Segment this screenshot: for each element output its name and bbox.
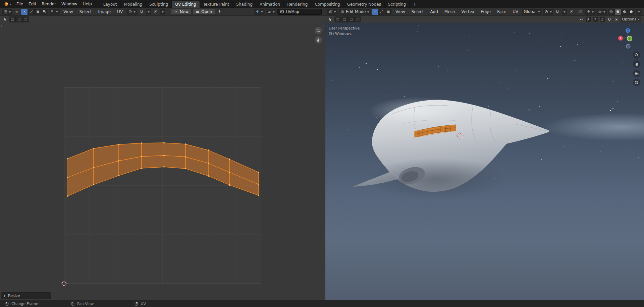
snap-settings-selector[interactable] bbox=[146, 9, 151, 15]
gizmos-toggle[interactable] bbox=[585, 9, 595, 15]
select-subtract-button[interactable] bbox=[348, 16, 355, 22]
vp-menu-view[interactable]: View bbox=[393, 9, 408, 14]
select-extend-button[interactable] bbox=[16, 16, 22, 22]
tool-options-dropdown[interactable]: Options bbox=[621, 16, 641, 22]
tweak-tool-icon[interactable] bbox=[2, 17, 8, 22]
sticky-selection-selector[interactable] bbox=[49, 9, 60, 15]
vp-menu-uv[interactable]: UV bbox=[510, 9, 521, 14]
uv-canvas[interactable]: › ‹ Resize bbox=[0, 23, 325, 300]
select-invert-button[interactable] bbox=[355, 16, 361, 22]
tab-shading[interactable]: Shading bbox=[233, 1, 256, 8]
snap-toggle[interactable] bbox=[554, 9, 561, 15]
tab-rendering[interactable]: Rendering bbox=[284, 1, 311, 8]
tab-geometry-nodes[interactable]: Geometry Nodes bbox=[344, 1, 385, 8]
mirror-x-button[interactable]: X bbox=[586, 17, 591, 22]
uv-menu-image[interactable]: Image bbox=[96, 9, 114, 14]
tab-animation[interactable]: Animation bbox=[256, 1, 284, 8]
zoom-tool-button[interactable] bbox=[315, 27, 322, 34]
uv-tool-settings-bar bbox=[0, 16, 325, 23]
shading-rendered-button[interactable] bbox=[628, 9, 635, 15]
falloff-option-icon[interactable] bbox=[613, 17, 620, 22]
uv-select-face-button[interactable] bbox=[35, 9, 41, 15]
overlays-toggle[interactable] bbox=[596, 9, 607, 15]
snap-toggle[interactable] bbox=[138, 9, 145, 15]
uv-space[interactable] bbox=[0, 23, 325, 300]
zoom-tool-button[interactable] bbox=[633, 51, 640, 59]
editor-type-selector[interactable] bbox=[327, 9, 338, 15]
proportional-falloff-selector[interactable] bbox=[160, 9, 165, 15]
camera-view-button[interactable] bbox=[633, 70, 640, 77]
pan-tool-button[interactable] bbox=[633, 60, 640, 68]
menu-file[interactable]: File bbox=[14, 0, 26, 8]
menu-render[interactable]: Render bbox=[39, 0, 59, 8]
gizmo-negative-axis[interactable] bbox=[626, 44, 630, 48]
select-extend-button[interactable] bbox=[341, 16, 348, 22]
uv-menu-view[interactable]: View bbox=[61, 9, 75, 14]
uv-select-edge-button[interactable] bbox=[28, 9, 35, 15]
vp-menu-vertex[interactable]: Vertex bbox=[459, 9, 477, 14]
vp-menu-add[interactable]: Add bbox=[428, 9, 441, 14]
uv-menu-select[interactable]: Select bbox=[76, 9, 94, 14]
xray-toggle[interactable] bbox=[577, 9, 584, 15]
editor-type-selector[interactable] bbox=[2, 9, 12, 15]
blender-menu-button[interactable] bbox=[2, 0, 14, 8]
vp-menu-mesh[interactable]: Mesh bbox=[442, 9, 458, 14]
vp-menu-select[interactable]: Select bbox=[409, 9, 427, 14]
viewport-canvas[interactable]: User Perspective (9) Windows › Z X Y bbox=[325, 23, 644, 300]
select-set-button[interactable] bbox=[9, 16, 16, 22]
proportional-edit-toggle[interactable] bbox=[152, 9, 159, 15]
navigation-gizmo[interactable]: Z X Y bbox=[616, 24, 640, 49]
viewport-scene[interactable] bbox=[325, 23, 644, 300]
uv-select-vertex-button[interactable] bbox=[21, 9, 28, 15]
pivot-point-selector[interactable] bbox=[126, 9, 137, 15]
uv-select-island-button[interactable] bbox=[41, 9, 48, 15]
tab-uv-editing[interactable]: UV Editing bbox=[172, 1, 200, 8]
uv-menu-uv[interactable]: UV bbox=[114, 9, 125, 14]
tab-sculpting[interactable]: Sculpting bbox=[146, 1, 172, 8]
proportional-edit-toggle[interactable] bbox=[568, 9, 575, 15]
vp-menu-edge[interactable]: Edge bbox=[478, 9, 493, 14]
shading-wireframe-button[interactable] bbox=[608, 9, 615, 15]
uv-sync-selection-toggle[interactable] bbox=[13, 9, 20, 15]
shading-solid-button[interactable] bbox=[615, 9, 622, 15]
new-image-button[interactable]: New bbox=[171, 9, 192, 15]
pivot-point-selector[interactable] bbox=[543, 9, 553, 15]
transform-orientation-selector[interactable]: Global bbox=[522, 9, 541, 15]
shading-settings-selector[interactable] bbox=[636, 9, 642, 15]
toolbar-toggle-arrow[interactable]: › bbox=[326, 24, 328, 27]
tab-layout[interactable]: Layout bbox=[100, 1, 121, 8]
uv-map-selector[interactable]: UVMap bbox=[277, 9, 322, 15]
sidebar-toggle-arrow[interactable]: ‹ bbox=[322, 24, 324, 27]
add-workspace-button[interactable]: + bbox=[410, 1, 420, 8]
menu-help[interactable]: Help bbox=[80, 0, 94, 8]
open-image-button[interactable]: Open bbox=[193, 9, 215, 15]
vp-menu-face[interactable]: Face bbox=[494, 9, 509, 14]
mirror-y-button[interactable]: Y bbox=[593, 17, 598, 22]
overlays-toggle[interactable] bbox=[266, 9, 276, 15]
edge-mode-button[interactable] bbox=[379, 9, 385, 15]
tab-modeling[interactable]: Modeling bbox=[121, 1, 146, 8]
gizmos-toggle[interactable] bbox=[254, 9, 265, 15]
snap-settings-selector[interactable] bbox=[562, 9, 567, 15]
tab-texture-paint[interactable]: Texture Paint bbox=[200, 1, 233, 8]
perspective-toggle-button[interactable] bbox=[633, 79, 640, 86]
snap-option-icon[interactable] bbox=[606, 17, 612, 22]
tweak-tool-icon[interactable] bbox=[327, 17, 333, 22]
tab-compositing[interactable]: Compositing bbox=[311, 1, 343, 8]
pin-image-toggle[interactable] bbox=[216, 9, 223, 15]
toolbar-toggle-arrow[interactable]: › bbox=[1, 24, 2, 27]
box-select-icon bbox=[356, 17, 360, 21]
mode-selector[interactable]: Edit Mode bbox=[339, 9, 371, 15]
select-subtract-button[interactable] bbox=[22, 16, 29, 22]
face-mode-button[interactable] bbox=[385, 9, 392, 15]
select-set-button[interactable] bbox=[334, 16, 341, 22]
mirror-z-button[interactable]: Z bbox=[600, 17, 605, 22]
shading-material-button[interactable] bbox=[621, 9, 628, 15]
menu-edit[interactable]: Edit bbox=[26, 0, 39, 8]
vertex-mode-button[interactable] bbox=[372, 9, 379, 15]
pan-tool-button[interactable] bbox=[315, 36, 322, 44]
operator-panel-resize[interactable]: Resize bbox=[1, 292, 51, 299]
spaceship-model[interactable] bbox=[353, 97, 549, 200]
menu-window[interactable]: Window bbox=[59, 0, 80, 8]
tab-scripting[interactable]: Scripting bbox=[385, 1, 410, 8]
